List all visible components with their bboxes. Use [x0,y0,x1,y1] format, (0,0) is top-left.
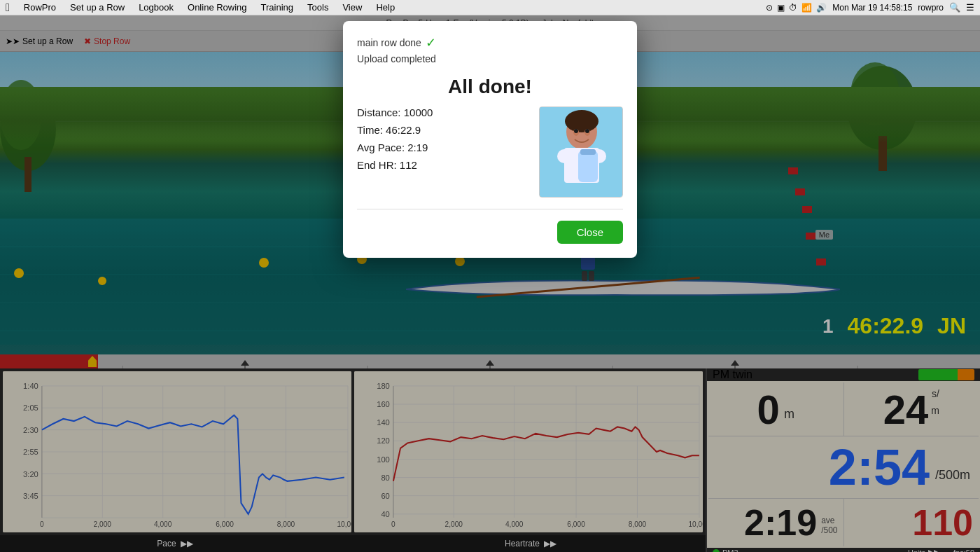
menubar-datetime: Mon Mar 19 14:58:15 [832,3,912,13]
apple-menu[interactable]:  [6,1,10,14]
completion-modal: main row done ✓ Upload completed All don… [343,21,637,258]
menu-online[interactable]: Online Rowing [185,2,250,13]
search-icon[interactable]: 🔍 [949,2,960,13]
menu-logbook[interactable]: Logbook [136,2,176,13]
menu-training[interactable]: Training [258,2,296,13]
menu-icon[interactable]: ☰ [966,2,974,13]
menubar-right: ⊙ ▣ ⏱ 📶 🔊 Mon Mar 19 14:58:15 rowpro 🔍 ☰ [766,2,974,13]
modal-stats: Distance: 10000 Time: 46:22.9 Avg Pace: … [357,106,528,177]
menu-view[interactable]: View [340,2,365,13]
modal-checkmark-icon: ✓ [426,35,436,50]
modal-divider [357,209,623,209]
modal-status-text: main row done [357,37,421,48]
menu-setup[interactable]: Set up a Row [67,2,127,13]
svg-point-78 [565,110,598,132]
svg-point-86 [585,129,589,133]
modal-stat-end-hr: End HR: 112 [357,159,528,171]
svg-rect-81 [578,151,598,182]
modal-stat-avg-pace: Avg Pace: 2:19 [357,142,528,153]
menubar:  RowPro Set up a Row Logbook Online Row… [0,0,980,15]
svg-point-85 [574,129,578,133]
menu-rowpro[interactable]: RowPro [21,2,59,13]
menu-help[interactable]: Help [373,2,398,13]
modal-body: Distance: 10000 Time: 46:22.9 Avg Pace: … [357,106,623,198]
modal-photo [539,106,623,198]
modal-status-row: main row done ✓ [357,35,623,50]
modal-stat-time: Time: 46:22.9 [357,124,528,136]
modal-close-row: Close [357,221,623,244]
system-icons: ⊙ ▣ ⏱ 📶 🔊 [766,3,827,13]
modal-stat-distance: Distance: 10000 [357,106,528,118]
menu-tools[interactable]: Tools [304,2,331,13]
menubar-user: rowpro [918,3,944,13]
modal-upload-text: Upload completed [357,53,623,64]
svg-rect-82 [580,149,596,155]
modal-all-done-heading: All done! [357,76,623,98]
modal-close-button[interactable]: Close [557,221,623,244]
